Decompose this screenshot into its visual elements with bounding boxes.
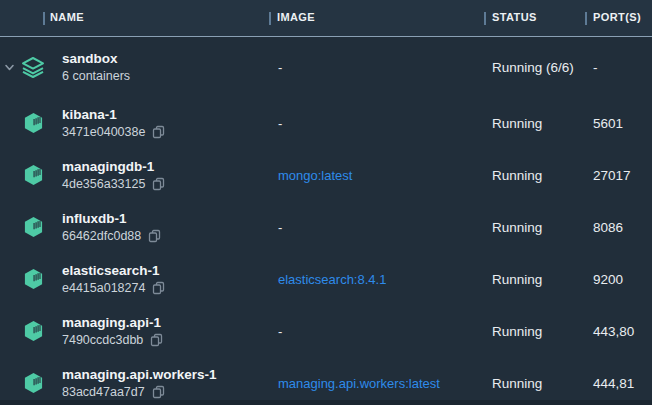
container-name: managing.api.workers-1 [62,366,217,383]
status-cell: Running [492,376,542,391]
column-divider [43,12,45,25]
copy-icon[interactable] [148,229,161,243]
bottom-edge [0,400,652,405]
image-link[interactable]: managing.api.workers:latest [278,376,440,391]
container-id: 7490ccdc3dbb [62,332,143,348]
name-cell: kibana-1 3471e040038e [62,106,165,140]
ports-cell: 5601 [593,116,623,131]
compose-stack-icon [21,55,45,79]
copy-icon[interactable] [152,125,165,139]
copy-icon[interactable] [152,177,165,191]
column-divider [585,12,587,25]
container-id: e4415a018274 [62,280,145,296]
ports-cell: 443,80 [593,324,634,339]
copy-icon[interactable] [152,281,165,295]
container-cube-icon [21,371,45,395]
table-row[interactable]: managingdb-1 4de356a33125 mongo:latest R… [0,149,652,201]
ports-cell: 8086 [593,220,623,235]
name-cell: managingdb-1 4de356a33125 [62,158,165,192]
column-header-image: IMAGE [277,11,315,23]
container-id: 3471e040038e [62,124,145,140]
status-cell: Running [492,272,542,287]
table-row[interactable]: managing.api-1 7490ccdc3dbb - Running 44… [0,305,652,357]
column-header-status: STATUS [492,11,537,23]
table-row[interactable]: kibana-1 3471e040038e - Running 5601 [0,97,652,149]
container-cube-icon [21,319,45,343]
container-name: sandbox [62,50,130,67]
status-cell: Running [492,116,542,131]
image-cell: - [278,116,282,131]
table-header: NAMEIMAGESTATUSPORT(S) [0,0,652,37]
table-body: sandbox 6 containers - Running (6/6) - k… [0,37,652,405]
status-cell: Running [492,324,542,339]
image-cell: - [278,324,282,339]
container-name: elasticsearch-1 [62,262,165,279]
container-name: influxdb-1 [62,210,161,227]
column-header-name: NAME [50,11,84,23]
ports-cell: 9200 [593,272,623,287]
container-id: 83acd47aa7d7 [62,384,145,400]
image-link[interactable]: mongo:latest [278,168,352,183]
ports-cell: - [593,60,598,75]
container-name: managingdb-1 [62,158,165,175]
table-row[interactable]: managing.api.workers-1 83acd47aa7d7 mana… [0,357,652,405]
container-cube-icon [21,163,45,187]
name-cell: managing.api-1 7490ccdc3dbb [62,314,163,348]
container-id: 66462dfc0d88 [62,228,141,244]
image-cell: - [278,60,282,75]
status-cell: Running [492,220,542,235]
container-id: 6 containers [62,68,130,84]
container-name: managing.api-1 [62,314,163,331]
container-cube-icon [21,267,45,291]
name-cell: sandbox 6 containers [62,50,130,84]
table-row[interactable]: influxdb-1 66462dfc0d88 - Running 8086 [0,201,652,253]
container-name: kibana-1 [62,106,165,123]
copy-icon[interactable] [150,333,163,347]
copy-icon[interactable] [152,385,165,399]
name-cell: influxdb-1 66462dfc0d88 [62,210,161,244]
container-cube-icon [21,215,45,239]
name-cell: elasticsearch-1 e4415a018274 [62,262,165,296]
image-link[interactable]: elasticsearch:8.4.1 [278,272,386,287]
container-id: 4de356a33125 [62,176,145,192]
ports-cell: 27017 [593,168,631,183]
name-cell: managing.api.workers-1 83acd47aa7d7 [62,366,217,400]
chevron-down-icon[interactable] [3,61,15,73]
column-divider [484,12,486,25]
column-header-ports: PORT(S) [593,11,641,23]
containers-table: NAMEIMAGESTATUSPORT(S) sandbox 6 contain… [0,0,652,405]
table-row[interactable]: elasticsearch-1 e4415a018274 elasticsear… [0,253,652,305]
table-row[interactable]: sandbox 6 containers - Running (6/6) - [0,37,652,97]
status-cell: Running (6/6) [492,60,574,75]
image-cell: - [278,220,282,235]
column-divider [269,12,271,25]
status-cell: Running [492,168,542,183]
ports-cell: 444,81 [593,376,634,391]
container-cube-icon [21,111,45,135]
